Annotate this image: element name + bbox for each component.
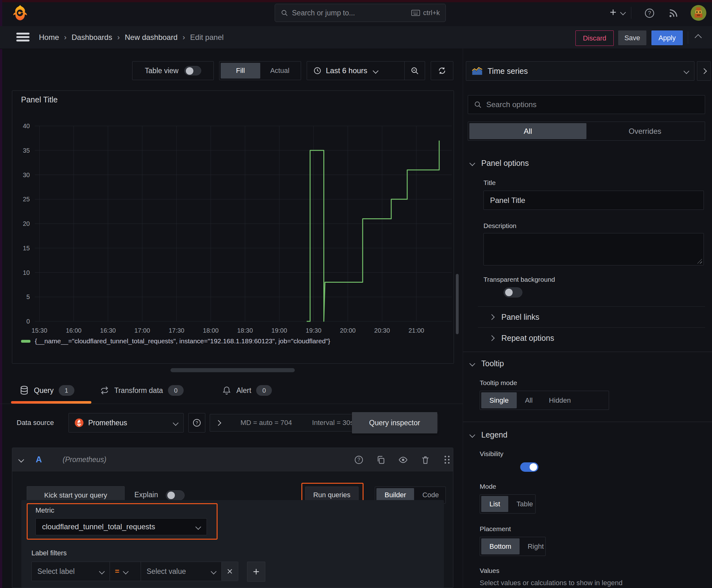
toggle-options-pane-button[interactable] (697, 61, 711, 81)
news-button[interactable] (668, 8, 679, 19)
tab-alert[interactable]: Alert 0 (222, 385, 272, 396)
legend-header[interactable]: Legend (470, 430, 507, 439)
actual-option[interactable]: Actual (260, 63, 300, 79)
query-help-button[interactable]: ? (354, 455, 364, 465)
rss-icon (668, 8, 679, 19)
placement-right[interactable]: Right (520, 538, 552, 554)
transparent-bg-toggle[interactable] (503, 288, 522, 297)
help-icon: ? (192, 418, 201, 427)
close-icon (226, 568, 233, 575)
options-search-placeholder: Search options (486, 100, 537, 109)
new-menu-button[interactable] (608, 7, 625, 17)
explain-toggle[interactable] (166, 490, 185, 500)
breadcrumb-new-dashboard[interactable]: New dashboard (125, 33, 177, 42)
tab-transform-count: 0 (168, 385, 184, 396)
drag-handle-icon[interactable] (445, 456, 446, 457)
tab-query-label: Query (34, 386, 54, 395)
table-view-toggle[interactable] (184, 66, 201, 76)
legend-mode-list[interactable]: List (481, 496, 508, 512)
visualization-picker[interactable]: Time series (466, 61, 694, 81)
chevron-down-icon (469, 432, 475, 438)
data-source-help-button[interactable]: ? (188, 413, 205, 433)
resize-handle-icon[interactable] (697, 259, 702, 264)
options-search[interactable]: Search options (468, 95, 705, 114)
zoom-out-button[interactable] (405, 62, 425, 80)
section-divider (463, 352, 712, 352)
explain-label: Explain (134, 491, 158, 499)
duplicate-query-button[interactable] (376, 455, 386, 465)
refresh-icon (438, 66, 447, 75)
discard-button[interactable]: Discard (576, 30, 614, 46)
panel-title-value: Panel Title (490, 196, 525, 205)
svg-text:16:00: 16:00 (66, 327, 82, 334)
chevron-down-icon (123, 569, 128, 574)
panel-resize-handle[interactable] (170, 368, 295, 372)
breadcrumb-dashboards[interactable]: Dashboards (71, 33, 112, 42)
remove-filter-button[interactable] (221, 562, 238, 581)
tab-all[interactable]: All (469, 123, 586, 139)
tab-query[interactable]: Query 1 (19, 385, 74, 396)
collapse-query-icon[interactable] (18, 457, 24, 462)
metric-select[interactable]: cloudflared_tunnel_total_requests (36, 518, 207, 535)
tooltip-mode-all[interactable]: All (517, 392, 541, 408)
repeat-options-section[interactable]: Repeat options (490, 334, 554, 343)
fill-option[interactable]: Fill (221, 63, 260, 79)
refresh-button[interactable] (431, 61, 453, 80)
save-button[interactable]: Save (618, 30, 646, 45)
avatar[interactable] (691, 5, 706, 21)
breadcrumb-separator: › (64, 33, 67, 42)
svg-text:17:00: 17:00 (134, 327, 150, 334)
operator-value: = (115, 567, 119, 576)
data-source-picker[interactable]: Prometheus (68, 413, 184, 433)
breadcrumb-home[interactable]: Home (39, 33, 59, 42)
placement-segment: Bottom Right (480, 537, 546, 556)
svg-text:18:30: 18:30 (237, 327, 253, 334)
global-search[interactable]: Search or jump to... ctrl+k (275, 4, 446, 22)
collapse-header-button[interactable] (696, 35, 701, 41)
svg-text:?: ? (196, 420, 198, 425)
tab-transform[interactable]: Transform data 0 (100, 385, 184, 396)
chevron-right-icon (489, 314, 494, 320)
panel-card: Panel Title 051015202530354015:3016:0016… (12, 90, 454, 364)
svg-text:5: 5 (26, 293, 30, 300)
operator-dropdown[interactable]: = (110, 562, 141, 581)
add-filter-button[interactable] (247, 562, 265, 582)
select-label-dropdown[interactable]: Select label (32, 562, 110, 581)
tooltip-header[interactable]: Tooltip (470, 359, 504, 368)
svg-text:?: ? (358, 457, 360, 462)
panel-title-input[interactable]: Panel Title (483, 191, 704, 210)
menu-toggle-button[interactable] (16, 33, 29, 42)
legend-swatch[interactable] (21, 340, 30, 343)
tab-overrides[interactable]: Overrides (586, 123, 704, 139)
grafana-logo-icon[interactable] (11, 4, 29, 22)
legend-series-label[interactable]: {__name__="cloudflared_tunnel_total_requ… (35, 337, 330, 345)
table-view-label: Table view (145, 67, 178, 75)
visibility-toggle[interactable] (520, 462, 538, 472)
apply-button[interactable]: Apply (651, 30, 683, 45)
svg-text:25: 25 (23, 196, 30, 203)
panel-links-section[interactable]: Panel links (490, 313, 539, 322)
placement-bottom[interactable]: Bottom (481, 538, 520, 554)
select-value-dropdown[interactable]: Select value (141, 562, 221, 581)
query-ref-id[interactable]: A (36, 455, 42, 465)
data-source-value: Prometheus (88, 419, 169, 427)
legend-mode-table[interactable]: Table (508, 496, 541, 512)
values-help-text: Select values or calculations to show in… (480, 579, 623, 587)
description-textarea[interactable] (483, 233, 704, 266)
toggle-visibility-button[interactable] (398, 455, 408, 465)
vertical-scrollbar[interactable] (456, 274, 459, 334)
query-row-header[interactable]: A (Prometheus) ? (12, 448, 453, 471)
chevron-up-icon (695, 34, 702, 41)
time-series-chart[interactable]: 051015202530354015:3016:0016:3017:0017:3… (12, 106, 454, 345)
tooltip-mode-single[interactable]: Single (481, 392, 517, 408)
tab-transform-label: Transform data (114, 386, 163, 395)
panel-options-header[interactable]: Panel options (470, 159, 529, 168)
help-button[interactable]: ? (644, 8, 655, 19)
time-range-button[interactable]: Last 6 hours (307, 66, 404, 75)
panel-links-title: Panel links (501, 313, 539, 322)
tooltip-mode-hidden[interactable]: Hidden (541, 392, 579, 408)
panel-title[interactable]: Panel Title (21, 95, 58, 104)
delete-query-button[interactable] (421, 455, 430, 465)
query-inspector-button[interactable]: Query inspector (352, 412, 437, 434)
table-view-control: Table view (132, 61, 214, 80)
